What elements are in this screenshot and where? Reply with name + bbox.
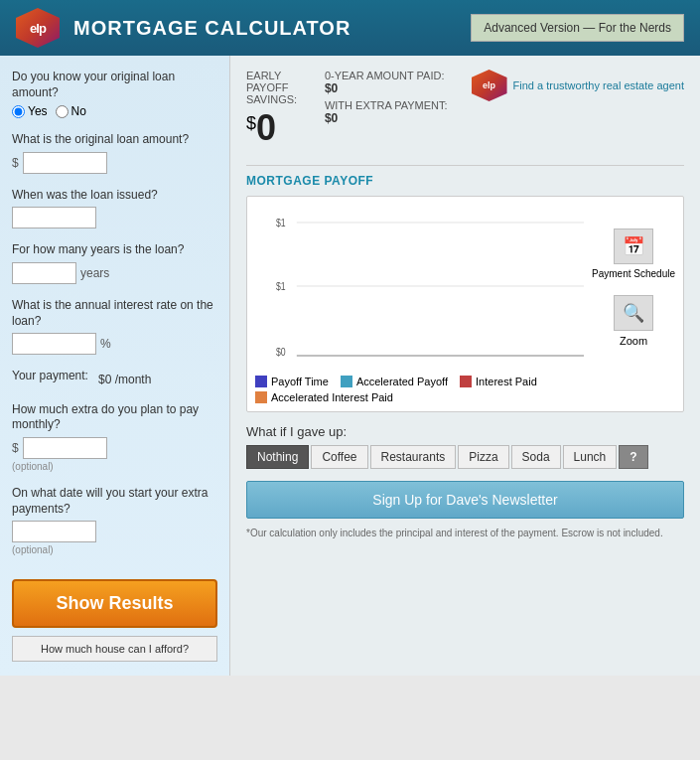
- q1-yes-label[interactable]: Yes: [12, 104, 48, 118]
- savings-amount: 0: [256, 107, 276, 149]
- loan-amount-input[interactable]: [23, 152, 107, 174]
- q1-no-label[interactable]: No: [56, 104, 86, 118]
- whatif-tab-nothing[interactable]: Nothing: [246, 445, 309, 469]
- savings-left: EARLY PAYOFF SAVINGS: $ 0: [246, 70, 309, 149]
- whatif-help-button[interactable]: ?: [619, 445, 647, 469]
- q2-prefix: $: [12, 156, 19, 170]
- left-panel: Do you know your original loan amount? Y…: [0, 56, 230, 676]
- newsletter-button[interactable]: Sign Up for Dave's Newsletter: [246, 481, 684, 519]
- right-panel: EARLY PAYOFF SAVINGS: $ 0 0-YEAR AMOUNT …: [230, 56, 700, 676]
- accelerated-interest-dot: [255, 391, 267, 403]
- disclaimer-text: *Our calculation only includes the princ…: [246, 527, 684, 540]
- elp-promo: elp Find a trustworthy real estate agent: [472, 70, 684, 101]
- elp-agent-link[interactable]: Find a trustworthy real estate agent: [513, 78, 684, 92]
- mortgage-payoff-label: MORTGAGE PAYOFF: [246, 174, 684, 188]
- chart-area: $1 $1 $0: [255, 209, 584, 368]
- savings-dollar-sign: $: [246, 113, 256, 134]
- whatif-tab-soda[interactable]: Soda: [511, 445, 561, 469]
- q7-prefix: $: [12, 441, 19, 455]
- legend-accelerated-interest: Accelerated Interest Paid: [255, 391, 393, 403]
- chart-svg: $1 $1 $0: [255, 209, 584, 368]
- q7-group: How much extra do you plan to pay monthl…: [12, 402, 217, 472]
- q6-group: Your payment: $0 /month: [12, 369, 217, 388]
- divider: [246, 165, 684, 166]
- q2-group: What is the original loan amount? $: [12, 132, 217, 174]
- q6-label: Your payment:: [12, 369, 88, 384]
- q7-label: How much extra do you plan to pay monthl…: [12, 402, 217, 433]
- svg-text:$0: $0: [276, 347, 286, 358]
- q5-suffix: %: [100, 337, 111, 351]
- savings-section: EARLY PAYOFF SAVINGS: $ 0 0-YEAR AMOUNT …: [246, 70, 684, 149]
- q8-group: On what date will you start your extra p…: [12, 486, 217, 555]
- chart-actions: 📅 Payment Schedule 🔍 Zoom: [592, 209, 675, 403]
- payoff-time-dot: [255, 376, 267, 387]
- payment-display: $0 /month: [98, 373, 151, 386]
- interest-paid-dot: [460, 376, 472, 387]
- early-payoff-label: EARLY PAYOFF SAVINGS:: [246, 70, 309, 105]
- q1-label: Do you know your original loan amount?: [12, 70, 217, 100]
- loan-years-input[interactable]: [12, 262, 76, 284]
- payment-schedule-icon: 📅: [614, 228, 653, 264]
- loan-issued-input[interactable]: [12, 207, 96, 228]
- whatif-tab-pizza[interactable]: Pizza: [458, 445, 508, 469]
- house-afford-button[interactable]: How much house can I afford?: [12, 636, 217, 662]
- chart-container: $1 $1 $0 Payoff Time: [246, 196, 684, 412]
- whatif-section: What if I gave up: Nothing Coffee Restau…: [246, 424, 684, 469]
- q8-optional: (optional): [12, 544, 217, 555]
- payment-schedule-label: Payment Schedule: [592, 268, 675, 279]
- q4-suffix: years: [80, 266, 109, 280]
- whatif-label: What if I gave up:: [246, 424, 684, 439]
- extra-payment-val: $0: [325, 111, 448, 125]
- show-results-button[interactable]: Show Results: [12, 579, 217, 628]
- q5-label: What is the annual interest rate on the …: [12, 298, 217, 329]
- q1-radio-group: Yes No: [12, 104, 217, 118]
- svg-text:$1: $1: [276, 218, 286, 228]
- q7-optional: (optional): [12, 461, 217, 472]
- q1-group: Do you know your original loan amount? Y…: [12, 70, 217, 118]
- year-amount-label: 0-YEAR AMOUNT PAID:: [325, 70, 448, 81]
- zoom-icon: 🔍: [614, 295, 653, 331]
- page-title: MORTGAGE CALCULATOR: [73, 17, 471, 40]
- extra-payment-input[interactable]: [23, 437, 107, 459]
- whatif-tab-restaurants[interactable]: Restaurants: [370, 445, 457, 469]
- extra-payment-label: WITH EXTRA PAYMENT:: [325, 99, 448, 111]
- logo-icon: elp: [16, 8, 60, 48]
- header: elp MORTGAGE CALCULATOR Advanced Version…: [0, 0, 700, 56]
- legend-interest-paid: Interest Paid: [460, 376, 537, 387]
- q4-group: For how many years is the loan? years: [12, 242, 217, 284]
- elp-logo-small: elp: [472, 70, 507, 101]
- extra-payment-start-input[interactable]: [12, 521, 96, 542]
- whatif-tabs: Nothing Coffee Restaurants Pizza Soda Lu…: [246, 445, 684, 469]
- savings-right: 0-YEAR AMOUNT PAID: $0 WITH EXTRA PAYMEN…: [325, 70, 448, 125]
- q3-label: When was the loan issued?: [12, 188, 217, 204]
- payment-schedule-button[interactable]: 📅 Payment Schedule: [592, 228, 675, 279]
- whatif-tab-coffee[interactable]: Coffee: [311, 445, 367, 469]
- whatif-tab-lunch[interactable]: Lunch: [563, 445, 618, 469]
- zoom-button[interactable]: 🔍 Zoom: [614, 295, 653, 347]
- q3-group: When was the loan issued?: [12, 188, 217, 229]
- svg-text:$1: $1: [276, 281, 286, 292]
- chart-area-wrapper: $1 $1 $0 Payoff Time: [255, 209, 584, 403]
- main-content: Do you know your original loan amount? Y…: [0, 56, 700, 676]
- year-amount-val: $0: [325, 81, 448, 95]
- chart-legend: Payoff Time Accelerated Payoff Interest …: [255, 376, 584, 403]
- accelerated-payoff-dot: [341, 376, 352, 387]
- q4-label: For how many years is the loan?: [12, 242, 217, 258]
- advanced-version-button[interactable]: Advanced Version — For the Nerds: [471, 14, 684, 42]
- q2-label: What is the original loan amount?: [12, 132, 217, 148]
- zoom-label: Zoom: [620, 335, 647, 347]
- q8-label: On what date will you start your extra p…: [12, 486, 217, 517]
- q1-no-radio[interactable]: [56, 105, 69, 118]
- legend-accelerated-payoff: Accelerated Payoff: [341, 376, 448, 387]
- legend-payoff-time: Payoff Time: [255, 376, 329, 387]
- q1-yes-radio[interactable]: [12, 105, 25, 118]
- interest-rate-input[interactable]: [12, 333, 96, 355]
- q5-group: What is the annual interest rate on the …: [12, 298, 217, 355]
